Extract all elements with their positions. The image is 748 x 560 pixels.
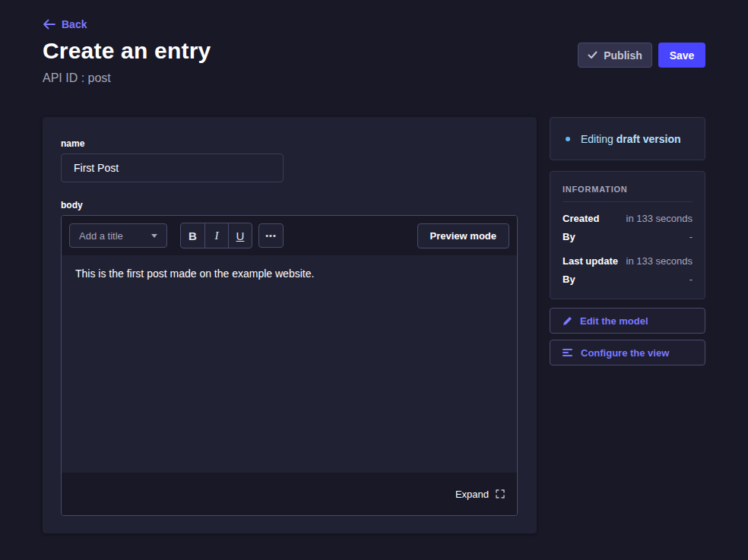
info-label: Last update [563, 255, 618, 267]
bold-button[interactable]: B [181, 223, 204, 248]
expand-button[interactable]: Expand [455, 489, 505, 500]
back-link[interactable]: Back [43, 18, 87, 30]
configure-view-button[interactable]: Configure the view [550, 340, 705, 365]
info-row-created: Created in 133 seconds [563, 213, 693, 224]
save-button[interactable]: Save [658, 43, 705, 68]
name-input[interactable] [61, 153, 284, 182]
info-value: in 133 seconds [626, 255, 693, 267]
italic-button[interactable]: I [204, 223, 228, 248]
body-text: This is the first post made on the examp… [75, 266, 503, 281]
format-button-group: B I U [180, 223, 252, 248]
information-heading: INFORMATION [563, 185, 693, 194]
name-field-label: name [61, 138, 84, 149]
heading-select-value: Add a title [79, 230, 123, 242]
page-title: Create an entry [43, 38, 211, 64]
edit-model-button[interactable]: Edit the model [550, 308, 705, 334]
preview-mode-button[interactable]: Preview mode [417, 223, 509, 248]
chevron-down-icon [151, 234, 157, 238]
back-label: Back [62, 18, 87, 30]
preview-mode-label: Preview mode [430, 230, 496, 242]
save-label: Save [670, 49, 695, 62]
rich-text-editor: Add a title B I U ••• Preview mode This … [61, 215, 518, 516]
expand-label: Expand [455, 489, 489, 500]
publish-button[interactable]: Publish [578, 43, 652, 68]
edit-model-label: Edit the model [580, 315, 648, 327]
editor-toolbar: Add a title B I U ••• Preview mode [62, 216, 517, 255]
info-label: Created [563, 213, 599, 224]
draft-dot-icon [566, 137, 570, 141]
configure-view-label: Configure the view [581, 347, 669, 359]
arrow-left-icon [43, 19, 55, 30]
info-value: in 133 seconds [626, 213, 693, 224]
editor-footer: Expand [62, 473, 517, 515]
layout-icon [563, 348, 573, 357]
more-formats-button[interactable]: ••• [258, 223, 284, 248]
api-id-subtitle: API ID : post [43, 71, 111, 85]
check-icon [588, 51, 597, 59]
info-value: - [689, 274, 693, 285]
draft-status-prefix: Editing [581, 133, 613, 145]
info-label: By [563, 274, 575, 285]
heading-select[interactable]: Add a title [69, 223, 167, 248]
expand-icon [496, 489, 505, 498]
draft-status-card: Editing draft version [550, 117, 705, 160]
info-label: By [563, 231, 575, 242]
info-row-created-by: By - [563, 231, 693, 242]
body-field-label: body [61, 200, 83, 210]
info-row-last-update: Last update in 133 seconds [563, 255, 693, 267]
info-value: - [689, 231, 693, 242]
underline-button[interactable]: U [228, 223, 252, 248]
information-divider [563, 201, 693, 202]
pencil-icon [563, 316, 572, 326]
draft-status-emphasis: draft version [616, 133, 681, 145]
create-entry-page: Back Create an entry API ID : post Publi… [0, 0, 748, 560]
info-row-updated-by: By - [563, 274, 693, 285]
publish-label: Publish [604, 49, 642, 62]
editor-content[interactable]: This is the first post made on the examp… [62, 255, 517, 473]
more-icon: ••• [265, 231, 277, 240]
information-panel: INFORMATION Created in 133 seconds By - … [550, 171, 705, 299]
draft-status-text: Editing draft version [581, 133, 681, 145]
